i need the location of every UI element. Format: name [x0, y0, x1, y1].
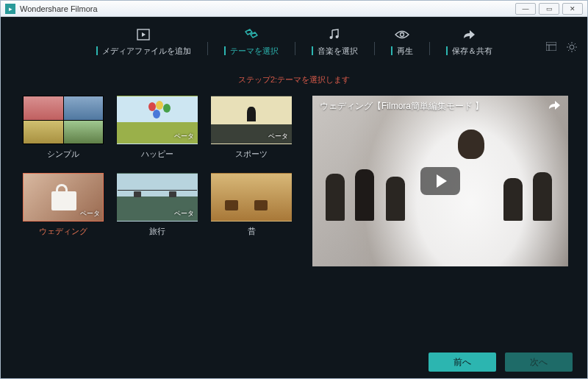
nav-label: 再生 — [397, 46, 413, 57]
nav-add-media[interactable]: メディアファイルを追加 — [96, 28, 191, 57]
video-preview[interactable]: ウェディング【Filmora簡単編集モード 】 — [312, 96, 568, 266]
nav-select-music[interactable]: 音楽を選択 — [312, 28, 358, 57]
beta-badge: ベータ — [80, 209, 100, 219]
theme-grid: シンプル ベータ ハッピー ベータ スポーツ ベータ ウェディング — [23, 96, 295, 346]
svg-line-13 — [568, 43, 569, 44]
nav-separator — [207, 42, 208, 55]
nav-preview[interactable]: 再生 — [391, 28, 413, 57]
nav-save-share[interactable]: 保存＆共有 — [446, 28, 492, 57]
layout-toggle-icon[interactable] — [546, 42, 556, 52]
svg-line-14 — [575, 50, 576, 51]
theme-label: シンプル — [23, 149, 104, 160]
step-instruction: ステップ2:テーマを選択します — [1, 61, 587, 96]
theme-old[interactable]: 昔 — [211, 173, 292, 237]
preview-pane: ウェディング【Filmora簡単編集モード 】 — [312, 96, 568, 346]
nav-label: 保存＆共有 — [452, 46, 492, 57]
theme-simple[interactable]: シンプル — [23, 96, 104, 160]
nav-separator — [429, 42, 430, 55]
theme-wedding[interactable]: ベータ ウェディング — [23, 173, 104, 237]
theme-thumbnail — [211, 173, 292, 222]
close-button[interactable]: ✕ — [562, 3, 583, 15]
theme-thumbnail: ベータ — [117, 96, 198, 144]
nav-select-theme[interactable]: テーマを選択 — [224, 28, 279, 57]
svg-rect-5 — [546, 42, 556, 51]
eye-icon — [395, 28, 409, 41]
prev-button[interactable]: 前へ — [429, 353, 496, 372]
app-icon: ▸ — [5, 4, 15, 14]
app-window: ▸ Wondershare Filmora — ▭ ✕ メディアファイルを追加 … — [0, 0, 588, 379]
step-nav: メディアファイルを追加 テーマを選択 音楽を選択 再 — [1, 17, 587, 61]
media-icon — [137, 28, 150, 41]
maximize-button[interactable]: ▭ — [539, 3, 559, 15]
svg-point-2 — [330, 36, 333, 39]
beta-badge: ベータ — [268, 132, 288, 141]
app-body: メディアファイルを追加 テーマを選択 音楽を選択 再 — [1, 17, 587, 378]
svg-point-8 — [570, 45, 574, 49]
share-icon[interactable] — [548, 100, 561, 110]
theme-label: 昔 — [211, 226, 292, 237]
top-utilities — [546, 42, 577, 52]
theme-thumbnail: ベータ — [211, 96, 292, 144]
window-title: Wondershare Filmora — [20, 4, 98, 13]
theme-thumbnail: ベータ — [117, 173, 198, 222]
theme-thumbnail — [23, 96, 104, 144]
beta-badge: ベータ — [174, 209, 194, 219]
theme-travel[interactable]: ベータ 旅行 — [117, 173, 198, 237]
video-title: ウェディング【Filmora簡単編集モード 】 — [320, 100, 539, 113]
theme-icon — [244, 28, 259, 41]
nav-separator — [374, 42, 375, 55]
theme-label: ハッピー — [117, 149, 198, 160]
brightness-icon[interactable] — [567, 42, 577, 52]
play-button[interactable] — [420, 167, 460, 195]
theme-sports[interactable]: ベータ スポーツ — [211, 96, 292, 160]
nav-label: メディアファイルを追加 — [102, 46, 191, 57]
nav-label: 音楽を選択 — [318, 46, 358, 57]
svg-point-4 — [400, 32, 404, 36]
svg-line-16 — [575, 43, 576, 44]
theme-label: ウェディング — [23, 226, 104, 237]
footer-bar: 前へ 次へ — [1, 346, 587, 378]
beta-badge: ベータ — [174, 132, 194, 141]
theme-happy[interactable]: ベータ ハッピー — [117, 96, 198, 160]
titlebar[interactable]: ▸ Wondershare Filmora — ▭ ✕ — [1, 1, 587, 17]
svg-point-3 — [336, 35, 339, 38]
next-button[interactable]: 次へ — [505, 353, 573, 372]
nav-separator — [295, 42, 295, 55]
minimize-button[interactable]: — — [515, 3, 536, 15]
share-icon — [462, 28, 476, 41]
theme-thumbnail: ベータ — [23, 173, 104, 222]
svg-line-15 — [568, 50, 569, 51]
theme-label: 旅行 — [117, 226, 198, 237]
content-area: シンプル ベータ ハッピー ベータ スポーツ ベータ ウェディング — [1, 96, 587, 346]
svg-marker-1 — [142, 32, 146, 37]
nav-label: テーマを選択 — [230, 46, 279, 57]
theme-label: スポーツ — [211, 149, 292, 160]
music-icon — [329, 28, 340, 41]
